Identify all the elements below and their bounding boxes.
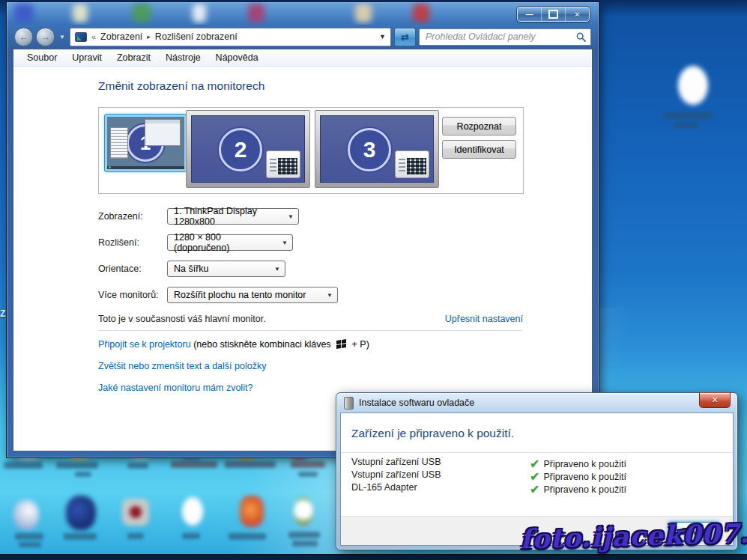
forward-button[interactable]: → [36, 28, 55, 46]
breadcrumb-separator-icon[interactable]: ▸ [147, 33, 151, 40]
separator [341, 452, 733, 453]
menu-upravit[interactable]: Upravit [64, 50, 109, 65]
titlebar-glass-reflection [133, 4, 151, 22]
display-settings-icon [75, 32, 87, 42]
address-bar[interactable]: « Zobrazení ▸ Rozlišení zobrazení ▼ [70, 28, 391, 46]
search-box[interactable] [419, 28, 591, 46]
dropdown-arrow-icon: ▼ [321, 292, 333, 299]
windows-logo-icon [336, 339, 346, 350]
maximize-button[interactable] [542, 7, 566, 21]
menu-napoveda[interactable]: Nápověda [208, 50, 266, 65]
menu-nastroje[interactable]: Nástroje [158, 50, 208, 65]
resolution-label: Rozlišení: [98, 237, 139, 248]
forward-arrow-icon: → [40, 31, 50, 43]
refresh-button[interactable]: ⇄ [394, 28, 416, 46]
menu-bar: Soubor Upravit Zobrazit Nástroje Nápověd… [13, 49, 592, 67]
minimize-icon: — [526, 10, 533, 19]
display-select[interactable]: 1. ThinkPad Display 1280x800 ▼ [167, 208, 299, 225]
desktop-icon-label [4, 462, 43, 469]
desktop-icon-label [288, 532, 320, 538]
monitor-settings-help-link[interactable]: Jaké nastavení monitoru mám zvolit? [98, 383, 252, 393]
recent-pages-dropdown[interactable]: ▼ [59, 34, 65, 40]
desktop-icon-label [291, 461, 325, 468]
check-icon: ✔ [530, 482, 539, 496]
menu-soubor[interactable]: Soubor [19, 50, 64, 65]
desktop-icon[interactable] [66, 496, 96, 530]
main-monitor-note: Toto je v současnosti váš hlavní monitor… [98, 314, 266, 324]
desktop-icon-label [663, 112, 713, 119]
close-button[interactable]: ✕ [566, 7, 589, 21]
desktop-icon[interactable] [130, 506, 142, 518]
minimize-button[interactable]: — [518, 7, 542, 21]
address-overflow-chevron[interactable]: « [91, 32, 96, 41]
resolution-select-value: 1280 × 800 (doporučeno) [174, 232, 276, 253]
back-button[interactable]: ← [14, 28, 33, 46]
dropdown-arrow-icon: ▼ [276, 240, 288, 246]
monitor-1-thumbnail-window [110, 127, 128, 159]
advanced-settings-link[interactable]: Upřesnit nastavení [445, 314, 523, 324]
device-status-text: Připraveno k použití [543, 484, 626, 495]
monitor-1-selected[interactable]: 1 [105, 115, 187, 171]
resolution-select[interactable]: 1280 × 800 (doporučeno) ▼ [167, 234, 293, 251]
desktop-icon-label [182, 533, 200, 539]
detect-button[interactable]: Rozpoznat [442, 117, 516, 136]
close-icon: ✕ [711, 395, 718, 405]
desktop-icon[interactable] [182, 497, 203, 526]
device-status: ✔ Připraveno k použití [530, 482, 626, 496]
desktop-icon-label [298, 472, 318, 477]
projector-row: Připojit se k projektoru (nebo stiskněte… [98, 339, 369, 350]
connect-projector-link[interactable]: Připojit se k projektoru [98, 339, 191, 350]
menu-zobrazit[interactable]: Zobrazit [109, 50, 158, 65]
grid-icon [407, 158, 426, 174]
screen-bottom-edge [0, 554, 747, 560]
display-select-value: 1. ThinkPad Display 1280x800 [174, 206, 282, 227]
desktop-icon[interactable] [13, 500, 39, 530]
orientation-select[interactable]: Na šířku ▼ [167, 261, 285, 277]
desktop-icon-label [19, 542, 41, 547]
device-status-text: Připraveno k použití [543, 472, 626, 482]
display-label: Zobrazení: [98, 211, 143, 222]
search-icon [576, 32, 586, 42]
desktop-icon-label: Z [0, 308, 5, 319]
dialog-titlebar[interactable]: Instalace softwaru ovladače [336, 393, 737, 413]
make-text-larger-link[interactable]: Zvětšit nebo zmenšit text a další položk… [98, 361, 266, 371]
search-input[interactable] [424, 31, 573, 43]
device-name: DL-165 Adapter [351, 482, 417, 493]
separator [98, 330, 522, 331]
close-icon: ✕ [574, 10, 580, 19]
desktop-icon[interactable] [678, 66, 708, 105]
app-window-icon [266, 150, 300, 178]
desktop-icon-label [127, 463, 148, 469]
desktop-icon-label [75, 472, 91, 477]
titlebar-glass-reflection [14, 4, 34, 22]
monitor-2-number: 2 [219, 128, 262, 171]
dialog-heading: Zařízení je připraveno k použití. [351, 427, 514, 440]
monitor-3-number: 3 [348, 128, 391, 171]
maximize-icon [548, 10, 558, 19]
refresh-icon: ⇄ [401, 31, 409, 43]
navigation-bar: ← → ▼ « Zobrazení ▸ Rozlišení zobrazení … [7, 25, 599, 49]
device-name: Vstupní zařízení USB [351, 457, 441, 467]
dialog-close-button[interactable]: ✕ [699, 392, 731, 408]
multiple-displays-select-value: Rozšířit plochu na tento monitor [174, 290, 306, 300]
breadcrumb-zobrazeni[interactable]: Zobrazení [100, 31, 142, 42]
orientation-label: Orientace: [98, 264, 142, 274]
dropdown-arrow-icon: ▼ [268, 266, 280, 273]
monitor-3[interactable]: 3 [315, 110, 439, 188]
address-dropdown-icon[interactable]: ▼ [379, 33, 386, 40]
desktop-icon-label [171, 461, 217, 468]
titlebar-glass-reflection [355, 4, 372, 22]
desktop-icon-label [15, 533, 43, 540]
multiple-displays-select[interactable]: Rozšířit plochu na tento monitor ▼ [167, 287, 338, 303]
window-body: Soubor Upravit Zobrazit Nástroje Nápověd… [13, 49, 593, 451]
window-controls: — ✕ [517, 7, 590, 22]
desktop-icon[interactable] [294, 497, 313, 526]
titlebar-glass-reflection [193, 4, 206, 22]
titlebar-glass-reflection [248, 4, 264, 22]
identify-button[interactable]: Identifikovat [442, 140, 516, 159]
window-titlebar[interactable] [7, 2, 599, 25]
monitor-2[interactable]: 2 [186, 110, 310, 188]
lines-icon [399, 159, 405, 174]
breadcrumb-rozliseni[interactable]: Rozlišení zobrazení [155, 31, 238, 42]
desktop-icon[interactable] [240, 496, 264, 527]
